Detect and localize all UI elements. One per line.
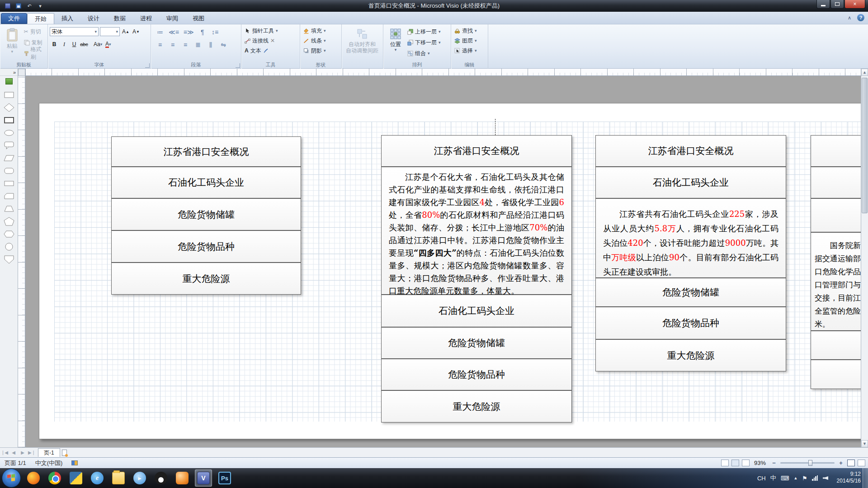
line-button[interactable]: 线条▾ [302, 36, 340, 46]
page-tab-1[interactable]: 页-1 [38, 448, 60, 457]
next-page-icon[interactable]: ▶ [18, 449, 27, 457]
zoom-in-icon[interactable]: + [837, 460, 844, 467]
distribute-icon[interactable]: ⫼ [206, 40, 215, 49]
shape-col3-top-item[interactable]: 石油化工码头企业 [595, 167, 786, 198]
stencil-shape-parallelogram[interactable] [3, 154, 15, 163]
stencil-icon[interactable] [5, 78, 13, 84]
tray-volume-icon[interactable] [823, 476, 828, 480]
grow-font-button[interactable]: A▲ [121, 27, 130, 36]
shape-col4-paragraph[interactable]: 国务院新《 据交通运输部和 口危险化学品安 口管理部门与安 交接，目前江苏 全监… [811, 232, 861, 331]
align-right-icon[interactable]: ≡ [181, 40, 190, 49]
zoom-slider[interactable] [780, 462, 835, 464]
taskbar-icon-internet-explorer[interactable]: e [89, 469, 106, 487]
select-button[interactable]: 选择▾ [453, 46, 486, 56]
insert-page-button[interactable] [60, 449, 69, 457]
zoom-slider-thumb[interactable] [808, 460, 812, 466]
shape-col3-item1[interactable]: 危险货物储罐 [595, 278, 786, 307]
prev-page-icon[interactable]: ◀ [9, 449, 18, 457]
shape-col3-item2[interactable]: 危险货物品种 [595, 307, 786, 339]
strikethrough-button[interactable]: abc [80, 40, 89, 49]
shape-col3-item3[interactable]: 重大危险源 [595, 339, 786, 371]
tab-design[interactable]: 设计 [80, 13, 107, 24]
text-direction-icon[interactable]: ⇋ [219, 40, 228, 49]
stencil-shape-rectangle[interactable] [3, 90, 15, 99]
send-backward-button[interactable]: 下移一层▾ [406, 38, 442, 47]
tab-review[interactable]: 审阅 [159, 13, 185, 24]
justify-icon[interactable]: ≣ [193, 40, 203, 49]
shape-col2-item3[interactable]: 危险货物品种 [381, 359, 572, 390]
align-left-icon[interactable]: ≡ [156, 40, 165, 49]
bullets-icon[interactable]: ≔ [156, 28, 165, 37]
scroll-down-icon[interactable]: ▼ [861, 440, 868, 447]
show-desktop-button[interactable] [863, 468, 868, 488]
italic-button[interactable]: I [60, 40, 69, 49]
taskbar-icon-chrome[interactable] [46, 469, 63, 487]
font-color-button[interactable]: A▾ [104, 40, 113, 49]
stencil-shape-diamond[interactable] [3, 103, 15, 112]
shape-col4-box6[interactable] [811, 360, 861, 389]
indent-increase-icon[interactable]: ≡≫ [183, 28, 194, 37]
find-button[interactable]: 查找▾ [453, 26, 486, 36]
tray-lang-zh[interactable]: 中 [770, 474, 776, 482]
app-icon[interactable] [4, 2, 12, 9]
minimize-button[interactable] [816, 0, 830, 9]
switch-windows-icon[interactable] [858, 460, 865, 466]
vertical-ruler[interactable] [18, 76, 25, 447]
vertical-scrollbar[interactable]: ▲ ▼ [861, 69, 868, 447]
drawing-canvas[interactable]: 江苏省港口安全概况 石油化工码头企业 危险货物储罐 危险货物品种 重大危险源 江… [25, 76, 861, 447]
expand-shapes-panel-icon[interactable]: » [0, 69, 18, 76]
taskbar-icon-folder[interactable] [110, 469, 127, 487]
view-width-icon[interactable] [742, 460, 750, 466]
taskbar-icon-foxmail[interactable] [174, 469, 191, 487]
taskbar-icon-visio[interactable]: V [195, 469, 212, 487]
tab-view[interactable]: 视图 [185, 13, 212, 24]
line-spacing-icon[interactable]: ↕≡ [211, 28, 220, 37]
shape-col2-item1[interactable]: 石油化工码头企业 [381, 295, 572, 327]
clock-time[interactable]: 9:12 [837, 471, 861, 478]
stencil-shape-process[interactable] [3, 179, 15, 188]
stencil-shape-predefined-process[interactable] [3, 116, 15, 125]
taskbar-icon-photoshop[interactable]: Ps [216, 469, 233, 487]
text-tool-button[interactable]: A 文本 [243, 46, 298, 56]
tray-hidden-icons-caret[interactable]: ▲ [793, 476, 797, 480]
layers-button[interactable]: 图层▾ [453, 36, 486, 46]
ink-icon[interactable] [263, 48, 269, 53]
tab-data[interactable]: 数据 [107, 13, 133, 24]
taskbar-icon-media-player[interactable]: ▸ [131, 469, 148, 487]
shadow-button[interactable]: 阴影▾ [302, 46, 340, 56]
status-page-indicator[interactable]: 页面 1/1 [0, 458, 31, 468]
paste-button[interactable]: 粘贴 ▾ [2, 26, 23, 60]
shape-col2-header[interactable]: 江苏省港口安全概况 [381, 135, 572, 167]
save-icon[interactable] [14, 2, 23, 9]
connector-tool-button[interactable]: 连接线 ✕ [243, 36, 298, 46]
underline-button[interactable]: U [70, 40, 79, 49]
shape-col2-item4[interactable]: 重大危险源 [381, 390, 572, 422]
horizontal-ruler[interactable] [25, 69, 861, 76]
start-button[interactable] [2, 469, 21, 488]
align-center-icon[interactable]: ≡ [168, 40, 177, 49]
taskbar-icon-firefox[interactable] [25, 469, 42, 487]
indent-decrease-icon[interactable]: ≪≡ [168, 28, 179, 37]
position-button[interactable]: 位置 ▾ [385, 26, 406, 60]
clock-date[interactable]: 2014/5/16 [837, 478, 861, 484]
shape-col4-box2[interactable] [811, 167, 861, 198]
tab-home[interactable]: 开始 [27, 13, 54, 24]
shape-col4-box5[interactable] [811, 331, 861, 360]
vertical-scroll-thumb[interactable] [862, 78, 868, 213]
taskbar-icon-python[interactable] [67, 469, 85, 487]
pointer-tool-button[interactable]: 指针工具▾ [243, 26, 298, 36]
format-painter-button[interactable]: 格式刷 [23, 48, 46, 58]
bold-button[interactable]: B [50, 40, 59, 49]
shape-col2-item2[interactable]: 危险货物储罐 [381, 327, 572, 359]
font-size-combo[interactable]: ▾ [100, 27, 120, 36]
shape-col1-item4[interactable]: 重大危险源 [111, 263, 301, 295]
shape-col1-item1[interactable]: 石油化工码头企业 [111, 167, 301, 198]
fit-page-to-window-icon[interactable] [847, 460, 855, 466]
tab-process[interactable]: 进程 [133, 13, 159, 24]
stencil-shape-ellipse[interactable] [3, 128, 15, 137]
shape-col2-paragraph[interactable]: 江苏是个石化大省，石油化工码头及其仓储式石化产业的基础支撑和生命线，依托沿江港口… [381, 167, 572, 295]
shape-col3-header[interactable]: 江苏省港口安全概况 [595, 135, 786, 167]
font-dialog-launcher-icon[interactable] [145, 63, 150, 68]
status-macro-icon[interactable] [67, 458, 82, 468]
guide-line[interactable] [495, 119, 495, 135]
